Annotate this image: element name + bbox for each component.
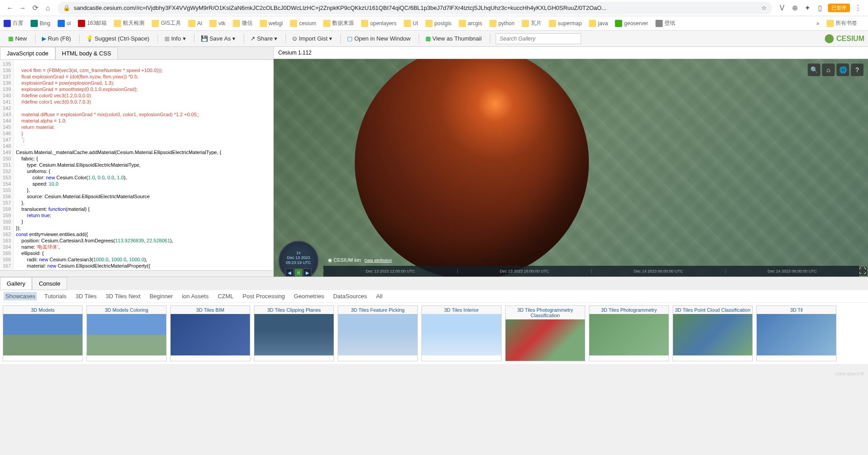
bookmark-item[interactable]: 微信 <box>233 19 253 27</box>
category-item[interactable]: ion Assets <box>180 292 210 300</box>
all-bookmarks[interactable]: 所有书签 <box>827 19 857 27</box>
suggest-button[interactable]: 💡 Suggest (Ctrl-Space) <box>81 33 154 44</box>
info-button[interactable]: ▦ Info ▾ <box>160 33 190 44</box>
newwindow-button[interactable]: ▢ Open in New Window <box>343 33 415 44</box>
gallery-item[interactable]: 3D Tiles Interior <box>421 305 502 361</box>
share-button[interactable]: ↗ Share ▾ <box>246 33 282 44</box>
anim-forward-button[interactable]: ▶ <box>303 268 312 277</box>
fullscreen-button[interactable]: ⛶ <box>858 267 867 276</box>
run-button[interactable]: ▶ Run (F8) <box>37 33 76 44</box>
gallery-scrollbar[interactable] <box>0 364 868 370</box>
menu-icon[interactable]: ⋮ <box>853 3 863 14</box>
search-icon[interactable]: 🔍 <box>808 64 820 76</box>
category-item[interactable]: CZML <box>216 292 235 300</box>
gallery-item[interactable]: 3D Tiles Photogrammetry <box>589 305 669 361</box>
bookmark-item[interactable]: 百度 <box>4 19 23 27</box>
gallery-item[interactable]: 3D Tiles BIM <box>170 305 250 361</box>
bookmark-item[interactable]: 航天检测 <box>114 19 145 27</box>
pause-badge[interactable]: 已暂停 <box>828 4 850 12</box>
bookmark-item[interactable]: 163邮箱 <box>78 19 107 27</box>
category-item[interactable]: All <box>374 292 384 300</box>
bookmark-item[interactable]: openlayers <box>361 19 397 27</box>
gallery-item[interactable]: 3D Tiles Clipping Planes <box>254 305 334 361</box>
bookmark-item[interactable]: arcgis <box>459 19 482 27</box>
category-item[interactable]: Showcases <box>4 292 37 300</box>
timeline-tick: Dec 13 2023 12:00:00 UTC <box>323 269 457 273</box>
category-item[interactable]: Post Processing <box>241 292 287 300</box>
bookmark-item[interactable]: ol <box>58 19 71 27</box>
timeline-tick: Dec 13 2023 18:00:00 UTC <box>457 269 592 273</box>
category-item[interactable]: 3D Tiles <box>74 292 99 300</box>
bookmark-item[interactable]: 瓦片 <box>522 19 542 27</box>
bookmark-item[interactable]: UI <box>404 19 418 27</box>
anim-date: Dec 13 2023 <box>279 255 318 260</box>
viewer-title: Cesium 1.112 <box>274 47 868 59</box>
home-icon[interactable]: ⌂ <box>822 64 835 76</box>
bookmark-item[interactable]: 数据来源 <box>323 19 354 27</box>
gallery-item[interactable]: 3D Til <box>756 305 836 361</box>
tab-javascript[interactable]: JavaScript code <box>0 47 55 59</box>
translate-icon[interactable]: ⊕ <box>789 3 800 14</box>
forward-button[interactable]: → <box>16 2 29 14</box>
search-gallery-input[interactable] <box>496 33 581 44</box>
bookmark-item[interactable]: GIS工具 <box>152 19 181 27</box>
bookmark-item[interactable]: webgl <box>260 19 283 27</box>
home-button[interactable]: ⌂ <box>41 2 54 14</box>
gallery-item[interactable]: 3D Tiles Point Cloud Classification <box>673 305 753 361</box>
category-item[interactable]: Beginner <box>148 292 175 300</box>
tab-gallery[interactable]: Gallery <box>0 277 32 290</box>
gallery-item[interactable]: 3D Tiles Feature Picking <box>338 305 418 361</box>
saveas-button[interactable]: 💾 Save As ▾ <box>196 33 240 44</box>
extensions-icon[interactable]: ✦ <box>802 3 813 14</box>
bookmark-item[interactable]: postgis <box>425 19 452 27</box>
anim-reverse-button[interactable]: ◀ <box>285 268 294 277</box>
gallery-item[interactable]: 3D Tiles Photogrammetry Classification <box>505 305 585 361</box>
cesium-viewer[interactable]: 🔍 ⌂ 🌐 ? 1x Dec 13 2023 09:23:19 UTC ◀ <box>274 59 868 277</box>
help-icon[interactable]: ? <box>851 64 863 76</box>
new-button[interactable]: ▦ New <box>4 33 32 44</box>
cesium-logo: CESIUM <box>825 34 864 43</box>
bookmark-item[interactable]: python <box>489 19 515 27</box>
bookmark-item[interactable]: AI <box>188 19 202 27</box>
gallery-strip[interactable]: 3D Models3D Models Coloring3D Tiles BIM3… <box>0 303 868 364</box>
gallery-item[interactable]: 3D Models Coloring <box>86 305 167 361</box>
gallery-item[interactable]: 3D Models <box>3 305 83 361</box>
bookmarks-bar: 百度Bingol163邮箱航天检测GIS工具AIvtk微信webglcesium… <box>0 16 868 31</box>
anim-speed: 1x <box>279 250 318 255</box>
category-item[interactable]: Tutorials <box>42 292 68 300</box>
timeline-tick: Dec 14 2023 00:00:00 UTC <box>591 269 725 273</box>
bookmark-item[interactable]: cesium <box>290 19 316 27</box>
anim-pause-button[interactable]: ⏸ <box>294 268 303 277</box>
bookmark-item[interactable]: java <box>589 19 608 27</box>
importgist-button[interactable]: ⊙ Import Gist ▾ <box>288 33 337 44</box>
back-button[interactable]: ← <box>4 2 16 14</box>
category-nav: ShowcasesTutorials3D Tiles3D Tiles NextB… <box>0 290 868 303</box>
bookmark-item[interactable]: geoserver <box>615 19 648 27</box>
timeline-bar[interactable]: Dec 13 2023 12:00:00 UTCDec 13 2023 18:0… <box>323 266 859 277</box>
bookmark-item[interactable]: supermap <box>549 19 582 27</box>
bookmark-item[interactable]: 壁纸 <box>656 19 675 27</box>
bookmarks-overflow[interactable]: » <box>816 20 819 27</box>
app-toolbar: ▦ New ▶ Run (F8) 💡 Suggest (Ctrl-Space) … <box>0 31 868 47</box>
bookmark-item[interactable]: vtk <box>209 19 225 27</box>
category-item[interactable]: Geometries <box>292 292 326 300</box>
projection-icon[interactable]: 🌐 <box>836 64 849 76</box>
address-bar[interactable]: 🔒 sandcastle.cesium.com/#c=lVjdbhy3FX4VV… <box>58 2 772 14</box>
tab-html[interactable]: HTML body & CSS <box>55 47 118 59</box>
category-item[interactable]: DataSources <box>331 292 369 300</box>
horizontal-scrollbar[interactable] <box>0 270 273 277</box>
browser-nav-bar: ← → ⟳ ⌂ 🔒 sandcastle.cesium.com/#c=lVjdb… <box>0 0 868 16</box>
reload-button[interactable]: ⟳ <box>29 2 41 14</box>
code-editor[interactable]: 1351361371381391401411421431441451461471… <box>0 60 273 270</box>
anim-time: 09:23:19 UTC <box>279 260 318 265</box>
thumbnail-button[interactable]: ▦ View as Thumbnail <box>421 33 486 44</box>
tab-console[interactable]: Console <box>32 277 67 290</box>
animation-widget[interactable]: 1x Dec 13 2023 09:23:19 UTC ◀ ⏸ ▶ <box>278 241 323 272</box>
panel-icon[interactable]: ▯ <box>814 3 825 14</box>
bookmark-item[interactable]: Bing <box>31 19 50 27</box>
v-extension-icon[interactable]: V <box>777 3 787 14</box>
category-item[interactable]: 3D Tiles Next <box>104 292 142 300</box>
footer-watermark: CSDN @gis分享 <box>0 370 868 378</box>
star-icon[interactable]: ☆ <box>761 5 767 11</box>
url-text: sandcastle.cesium.com/#c=lVjdbhy3FX4VVgW… <box>74 5 761 11</box>
